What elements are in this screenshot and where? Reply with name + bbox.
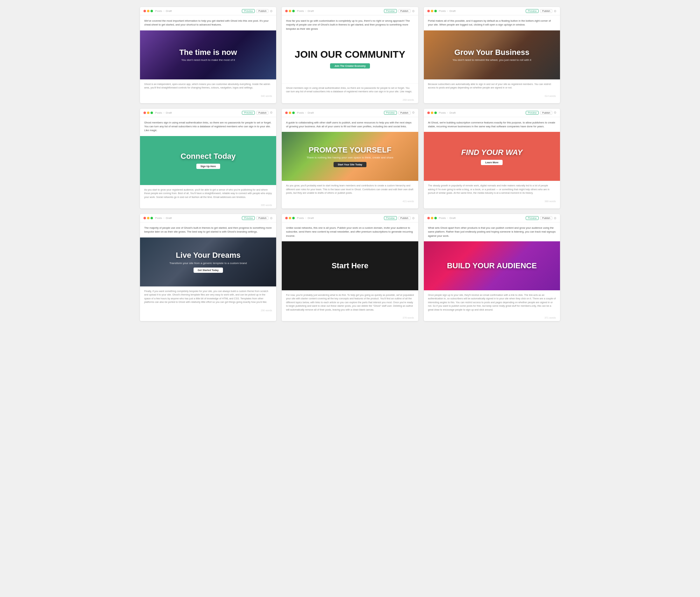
publish-button[interactable]: Publish [540,9,552,13]
card-footer-text: As you start to grow your registered aud… [140,185,276,203]
card-header: Posts›Draft Preview Publish ⚙ [424,7,560,15]
settings-icon[interactable]: ⚙ [554,9,556,13]
window-controls [144,10,153,12]
publish-button[interactable]: Publish [398,216,411,220]
card-top-text: Unlike social networks, this one is all … [282,222,418,241]
breadcrumb-draft: Draft [308,216,314,220]
hero-title: Start Here [328,261,372,270]
card-top-text: The majority of people use one of Ghost'… [140,222,276,237]
window-controls [144,217,153,219]
header-actions: Preview Publish ⚙ [526,111,556,115]
breadcrumb-posts[interactable]: Posts [439,216,446,220]
breadcrumb-draft: Draft [166,111,172,114]
publish-button[interactable]: Publish [540,111,552,115]
breadcrumb-posts[interactable]: Posts [155,216,162,220]
card-header: Posts›Draft Preview Publish ⚙ [282,214,418,222]
breadcrumb-posts[interactable]: Posts [439,9,446,13]
preview-button[interactable]: Preview [526,9,539,13]
card-footer-meta: 376 words [282,315,418,321]
hero-banner: JOIN OUR COMMUNITYJoin The Creator Econo… [282,34,418,83]
card-footer-meta: 371 words [424,315,560,321]
hero-banner: Connect TodaySign Up Here [140,136,276,185]
hero-cta-button[interactable]: Sign Up Here [196,164,220,169]
hero-cta-button[interactable]: Get Started Today [194,268,223,273]
card-footer-meta: 421 words [282,199,418,205]
yellow-dot [147,217,149,219]
green-dot [434,217,437,219]
preview-button[interactable]: Preview [242,216,255,220]
preview-button[interactable]: Preview [242,9,255,13]
hero-cta-button[interactable]: Learn More [481,160,503,165]
publish-button[interactable]: Publish [540,216,552,220]
breadcrumb-posts[interactable]: Posts [297,9,304,13]
settings-icon[interactable]: ⚙ [270,9,273,13]
hero-banner: PROMOTE YOURSELFThere is nothing like ha… [282,132,418,181]
breadcrumb: Posts›Draft [439,216,456,220]
preview-button[interactable]: Preview [242,111,255,115]
preview-button[interactable]: Preview [384,216,397,220]
breadcrumb: Posts›Draft [155,216,172,220]
word-count: 314 words [545,95,556,97]
hero-cta-button[interactable]: Start Your Site Today [334,162,366,167]
word-count: 290 words [261,309,272,312]
hero-cta-button[interactable]: Join The Creator Economy [330,63,370,69]
publish-button[interactable]: Publish [398,111,411,115]
publish-button[interactable]: Publish [398,9,411,13]
breadcrumb: Posts›Draft [155,9,172,13]
breadcrumb: Posts›Draft [297,111,314,114]
settings-icon[interactable]: ⚙ [554,111,556,114]
card-footer-meta: 388 words [424,199,560,205]
card-2: Posts›Draft Preview Publish ⚙ How far yo… [282,7,418,103]
card-footer-meta: 314 words [424,93,560,99]
green-dot [292,10,295,12]
breadcrumb-posts[interactable]: Posts [297,111,304,114]
breadcrumb-draft: Draft [308,9,314,13]
header-actions: Preview Publish ⚙ [384,9,415,13]
hero-banner: FIND YOUR WAYLearn More [424,132,560,181]
breadcrumb-draft: Draft [449,111,455,114]
card-top-text: At Ghost, we're building subscription co… [424,117,560,132]
settings-icon[interactable]: ⚙ [270,111,273,114]
red-dot [427,10,430,12]
hero-title: Live Your Dreams [172,251,244,260]
header-actions: Preview Publish ⚙ [384,216,415,220]
breadcrumb-posts[interactable]: Posts [155,111,162,114]
green-dot [434,10,437,12]
publish-button[interactable]: Publish [256,216,268,220]
settings-icon[interactable]: ⚙ [412,9,415,13]
hero-title: Grow Your Business [451,48,533,57]
breadcrumb-posts[interactable]: Posts [439,111,446,114]
card-header: Posts›Draft Preview Publish ⚙ [140,214,276,222]
hero-banner: Live Your DreamsTransform your site from… [140,237,276,286]
green-dot [150,112,153,114]
green-dot [150,10,153,12]
preview-button[interactable]: Preview [384,9,397,13]
yellow-dot [431,10,433,12]
red-dot [427,112,430,114]
settings-icon[interactable]: ⚙ [412,111,415,114]
preview-button[interactable]: Preview [384,111,397,115]
hero-banner: The time is nowYou don't need much to ma… [140,30,276,79]
card-top-text: A guide to collaborating with other staf… [282,117,418,132]
green-dot [434,112,437,114]
card-header: Posts›Draft Preview Publish ⚙ [140,7,276,15]
breadcrumb-posts[interactable]: Posts [155,9,162,13]
header-actions: Preview Publish ⚙ [526,9,556,13]
red-dot [285,217,288,219]
preview-button[interactable]: Preview [526,111,539,115]
breadcrumb-posts[interactable]: Posts [297,216,304,220]
yellow-dot [289,10,291,12]
hero-banner: Start Here [282,241,418,290]
settings-icon[interactable]: ⚙ [554,216,556,220]
card-5: Posts›Draft Preview Publish ⚙ A guide to… [282,109,418,208]
card-top-text: We've covered the most important informa… [140,15,276,30]
settings-icon[interactable]: ⚙ [412,216,415,220]
publish-button[interactable]: Publish [256,9,268,13]
publish-button[interactable]: Publish [256,111,268,115]
card-9: Posts›Draft Preview Publish ⚙ What sets … [424,214,560,321]
header-actions: Preview Publish ⚙ [384,111,415,115]
preview-button[interactable]: Preview [526,216,539,220]
card-7: Posts›Draft Preview Publish ⚙ The majori… [140,214,276,321]
settings-icon[interactable]: ⚙ [270,216,273,220]
card-footer-text: The steady growth in popularity of remot… [424,181,560,199]
